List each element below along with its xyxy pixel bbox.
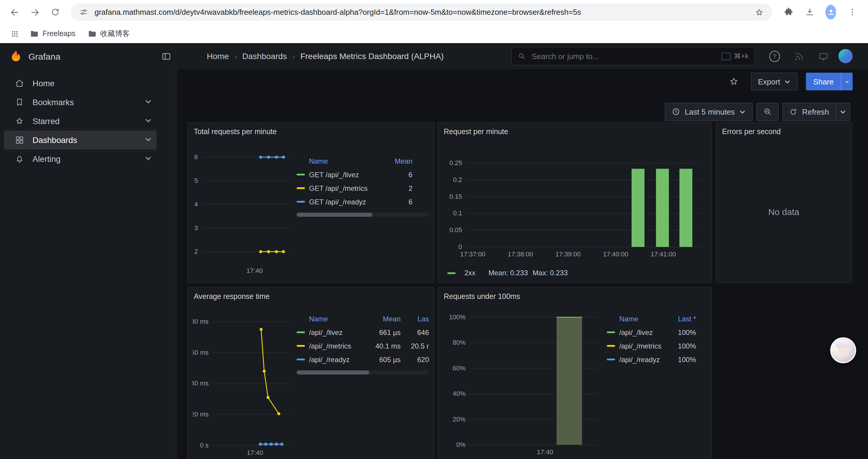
address-bar[interactable] bbox=[71, 4, 772, 21]
legend-col-name[interactable]: Name bbox=[607, 315, 666, 323]
series-color-dash bbox=[297, 331, 305, 333]
bookmarks-bar: Freeleaps 收藏博客 bbox=[0, 24, 868, 44]
sidebar-item-bookmarks[interactable]: Bookmarks bbox=[4, 93, 157, 112]
legend-col-mean[interactable]: Mean bbox=[379, 157, 412, 165]
chevron-down-icon[interactable] bbox=[145, 117, 152, 126]
panel-title[interactable]: Average response time bbox=[188, 288, 434, 305]
svg-text:0.25: 0.25 bbox=[450, 159, 462, 167]
sidebar-item-starred[interactable]: Starred bbox=[4, 112, 157, 131]
news-button[interactable] bbox=[790, 47, 808, 65]
downloads-button[interactable] bbox=[801, 3, 818, 21]
svg-text:80 ms: 80 ms bbox=[193, 318, 209, 325]
panel-average-response-time: Average response time 80 ms60 ms40 ms20 … bbox=[187, 287, 434, 459]
legend-row[interactable]: /api/_/readyz 100% bbox=[607, 353, 696, 366]
chevron-down-icon bbox=[840, 108, 846, 115]
legend-col-name[interactable]: Name bbox=[297, 157, 379, 165]
chevron-down-icon[interactable] bbox=[145, 154, 152, 164]
legend-row[interactable]: /api/_/livez 100% bbox=[607, 326, 696, 339]
kiosk-mode-button[interactable] bbox=[814, 47, 832, 65]
refresh-icon bbox=[790, 108, 797, 116]
scrollbar-thumb[interactable] bbox=[297, 213, 372, 217]
browser-menu-button[interactable] bbox=[843, 3, 861, 21]
legend-inline[interactable]: 2xx Mean: 0.233 Max: 0.233 bbox=[447, 269, 568, 277]
user-avatar[interactable] bbox=[838, 49, 852, 63]
series-color-dash bbox=[297, 359, 305, 360]
legend-col-last[interactable]: Las bbox=[404, 315, 429, 323]
total-requests-chart[interactable]: 6543217:40 bbox=[193, 140, 293, 276]
sidebar-item-dashboards[interactable]: Dashboards bbox=[4, 131, 157, 150]
requests-under-100ms-chart[interactable]: 100%80%60%40%20%0%17:40 bbox=[442, 305, 603, 459]
dock-sidebar-icon bbox=[161, 51, 171, 61]
chevron-down-icon[interactable] bbox=[145, 97, 152, 107]
zoom-out-icon bbox=[764, 107, 772, 116]
legend-row[interactable]: /api/_/readyz 605 µs 620 bbox=[297, 353, 429, 366]
bookmark-folder-freeleaps[interactable]: Freeleaps bbox=[25, 27, 80, 41]
legend-table: Name Mean GET /api/_/livez 6 GET /api/_/… bbox=[293, 140, 429, 282]
url-input[interactable] bbox=[93, 7, 749, 17]
breadcrumb-home[interactable]: Home bbox=[207, 52, 229, 61]
legend-col-name[interactable]: Name bbox=[297, 315, 366, 323]
legend-row[interactable]: GET /api/_/metrics 2 bbox=[297, 182, 429, 195]
zoom-out-button[interactable] bbox=[756, 102, 779, 121]
panel-title[interactable]: Requests under 100ms bbox=[438, 288, 711, 305]
folder-icon bbox=[30, 29, 39, 38]
monitor-icon bbox=[818, 51, 828, 61]
share-menu-button[interactable] bbox=[841, 73, 852, 90]
panel-body: 80 ms60 ms40 ms20 ms0 s17:40 Name Mean L… bbox=[193, 305, 429, 459]
chevron-down-icon[interactable] bbox=[145, 135, 152, 145]
time-range-picker[interactable]: Last 5 minutes bbox=[665, 102, 753, 121]
panel-body: No data bbox=[716, 140, 851, 282]
legend-scrollbar[interactable] bbox=[297, 213, 429, 217]
back-button[interactable] bbox=[6, 3, 24, 21]
apps-shortcut-button[interactable] bbox=[7, 26, 23, 41]
legend-row[interactable]: /api/_/metrics 40.1 ms 20.5 r bbox=[297, 339, 429, 353]
share-button[interactable]: Share bbox=[806, 73, 841, 90]
profile-button[interactable] bbox=[822, 3, 840, 21]
requests-per-minute-chart[interactable]: 0.250.20.150.10.05017:37:0017:38:0017:39… bbox=[442, 140, 707, 261]
bookmark-folder-blogs[interactable]: 收藏博客 bbox=[83, 27, 134, 41]
svg-text:17:37:00: 17:37:00 bbox=[460, 251, 486, 258]
legend-row[interactable]: /api/_/metrics 100% bbox=[607, 339, 696, 353]
average-response-time-chart[interactable]: 80 ms60 ms40 ms20 ms0 s17:40 bbox=[193, 305, 293, 459]
legend-row[interactable]: /api/_/livez 661 µs 646 bbox=[297, 326, 429, 339]
dashboard-toolbar: Export Share bbox=[177, 69, 868, 94]
breadcrumb-dashboards[interactable]: Dashboards bbox=[242, 52, 287, 61]
reload-icon bbox=[50, 7, 60, 17]
sidebar-item-home[interactable]: Home bbox=[4, 74, 157, 93]
assistant-avatar-button[interactable] bbox=[830, 337, 856, 363]
legend-row[interactable]: GET /api/_/readyz 6 bbox=[297, 195, 429, 208]
dock-menu-button[interactable] bbox=[157, 47, 175, 65]
panel-title[interactable]: Request per minute bbox=[438, 123, 711, 140]
legend-col-last[interactable]: Last * bbox=[666, 315, 696, 323]
search-box[interactable]: ⌘+k bbox=[511, 47, 755, 66]
chevron-down-icon bbox=[740, 108, 746, 115]
search-icon bbox=[518, 52, 526, 60]
legend-scrollbar[interactable] bbox=[297, 370, 429, 374]
scrollbar-thumb[interactable] bbox=[297, 370, 369, 374]
panel-body: 100%80%60%40%20%0%17:40 Name Last * /api… bbox=[442, 305, 707, 459]
site-info-icon[interactable] bbox=[79, 8, 88, 17]
share-split-button: Share bbox=[806, 73, 852, 90]
favorite-dashboard-button[interactable] bbox=[725, 73, 742, 90]
refresh-interval-button[interactable] bbox=[836, 102, 850, 121]
grafana-logo[interactable] bbox=[9, 50, 23, 63]
bookmark-star-icon[interactable] bbox=[754, 7, 764, 17]
svg-text:20 ms: 20 ms bbox=[193, 411, 209, 418]
panel-title[interactable]: Total requests per minute bbox=[188, 123, 434, 140]
legend-col-mean[interactable]: Mean bbox=[366, 315, 401, 323]
sidebar-item-alerting[interactable]: Alerting bbox=[4, 150, 157, 168]
browser-actions bbox=[779, 3, 862, 21]
screen: Freeleaps 收藏博客 Grafana Hom bbox=[0, 0, 868, 459]
search-shortcut: ⌘+k bbox=[721, 52, 749, 60]
forward-button[interactable] bbox=[26, 3, 44, 21]
svg-text:0%: 0% bbox=[456, 441, 466, 448]
search-input[interactable] bbox=[531, 51, 717, 61]
refresh-button[interactable]: Refresh bbox=[783, 102, 836, 121]
extensions-button[interactable] bbox=[779, 3, 797, 21]
reload-button[interactable] bbox=[46, 3, 64, 21]
breadcrumb-separator: › bbox=[234, 52, 237, 61]
help-button[interactable]: ? bbox=[766, 47, 783, 65]
panel-title[interactable]: Errors per second bbox=[716, 123, 851, 140]
export-button[interactable]: Export bbox=[751, 73, 798, 90]
legend-row[interactable]: GET /api/_/livez 6 bbox=[297, 168, 429, 182]
